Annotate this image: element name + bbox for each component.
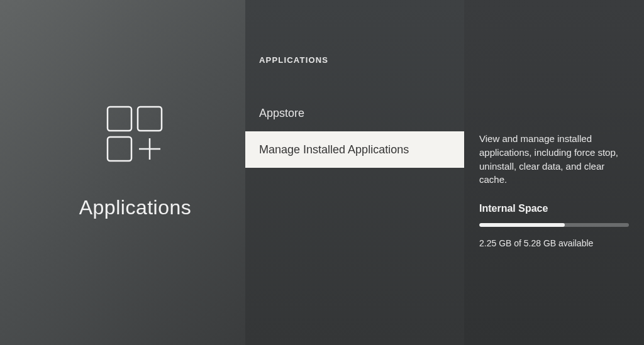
internal-space-label: Internal Space: [479, 203, 629, 214]
internal-space-progress-fill: [479, 223, 565, 227]
menu-section-header: APPLICATIONS: [245, 55, 464, 65]
internal-space-detail: 2.25 GB of 5.28 GB available: [479, 238, 629, 248]
menu-item-label: Manage Installed Applications: [259, 143, 409, 156]
menu-item-label: Appstore: [259, 107, 304, 120]
internal-space-progress: [479, 223, 629, 227]
settings-screen: Applications APPLICATIONS Appstore Manag…: [0, 0, 644, 345]
svg-rect-0: [108, 107, 131, 131]
left-panel-title: Applications: [79, 196, 192, 219]
detail-panel: View and manage installed applications, …: [464, 0, 644, 345]
detail-description: View and manage installed applications, …: [479, 132, 629, 187]
menu-item-manage-installed-applications[interactable]: Manage Installed Applications: [245, 131, 464, 168]
left-panel: Applications: [0, 0, 245, 345]
menu-item-appstore[interactable]: Appstore: [245, 95, 464, 131]
applications-icon: [97, 101, 173, 178]
svg-rect-2: [108, 137, 131, 161]
svg-rect-1: [138, 107, 162, 131]
menu-panel: APPLICATIONS Appstore Manage Installed A…: [245, 0, 464, 345]
